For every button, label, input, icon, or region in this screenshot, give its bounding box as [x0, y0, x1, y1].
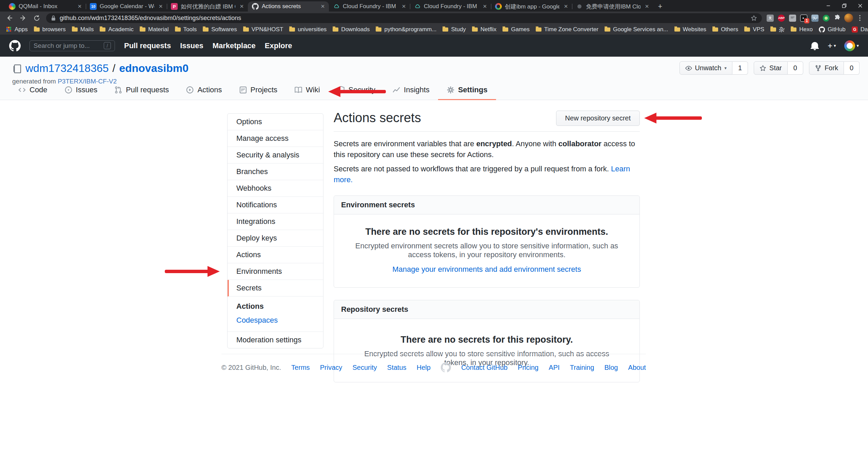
- url-text[interactable]: github.com/wdm1732418365/ednovasibm0/set…: [60, 15, 747, 22]
- chrome-menu-icon[interactable]: [854, 12, 865, 24]
- sidebar-item-options[interactable]: Options: [228, 114, 323, 130]
- bookmark-github[interactable]: GitHub: [816, 25, 849, 34]
- tab-close-icon[interactable]: ✕: [644, 3, 650, 10]
- nav-pull-requests[interactable]: Pull requests: [124, 41, 171, 50]
- sidebar-item-manage-access[interactable]: Manage access: [228, 130, 323, 147]
- fork-button[interactable]: Fork: [809, 61, 844, 75]
- browser-tab[interactable]: Cloud Foundry - IBM Cloud ✕: [329, 1, 410, 12]
- tab-close-icon[interactable]: ✕: [400, 3, 407, 10]
- profile-avatar[interactable]: [843, 12, 854, 24]
- sidebar-item-actions[interactable]: Actions: [228, 247, 323, 263]
- footer-terms[interactable]: Terms: [291, 364, 310, 372]
- sidebar-item-environments[interactable]: Environments: [228, 263, 323, 280]
- bookmark-folder[interactable]: Material: [137, 25, 172, 34]
- browser-tab[interactable]: P 如何优雅的白嫖 IBM Cloud #1 - ✕: [167, 1, 248, 12]
- bookmark-gitee[interactable]: GDashboard - Gitee: [849, 25, 868, 34]
- close-window-button[interactable]: [852, 0, 868, 12]
- tab-insights[interactable]: Insights: [384, 81, 438, 100]
- bookmark-folder[interactable]: browsers: [31, 25, 69, 34]
- create-new-menu[interactable]: +▾: [828, 41, 836, 51]
- submenu-codespaces-link[interactable]: Codespaces: [236, 316, 314, 325]
- bookmark-folder[interactable]: Games: [499, 25, 533, 34]
- unwatch-button[interactable]: Unwatch▾: [679, 61, 732, 75]
- card-extension-icon[interactable]: [787, 12, 798, 24]
- bookmark-star-icon[interactable]: [751, 15, 757, 21]
- tab-close-icon[interactable]: ✕: [238, 3, 245, 10]
- tab-wiki[interactable]: Wiki: [286, 81, 329, 100]
- manage-environments-link[interactable]: Manage your environments and add environ…: [354, 265, 619, 274]
- repo-owner-link[interactable]: wdm1732418365: [25, 62, 109, 75]
- bookmark-folder[interactable]: VPN&HOST: [240, 25, 287, 34]
- tab-close-icon[interactable]: ✕: [157, 3, 164, 10]
- new-tab-button[interactable]: +: [655, 1, 665, 12]
- browser-tab[interactable]: 创建ibm app - Google 搜索 ✕: [491, 1, 572, 12]
- fork-count[interactable]: 0: [844, 61, 860, 75]
- sidebar-item-notifications[interactable]: Notifications: [228, 197, 323, 213]
- footer-contact[interactable]: Contact GitHub: [461, 364, 508, 372]
- extensions-puzzle-icon[interactable]: [832, 12, 843, 24]
- bookmark-folder[interactable]: Academic: [97, 25, 137, 34]
- bookmark-folder[interactable]: universities: [286, 25, 330, 34]
- bookmark-folder[interactable]: Study: [439, 25, 469, 34]
- browser-tab[interactable]: QQMail - Inbox ✕: [5, 1, 86, 12]
- bookmark-folder[interactable]: Downloads: [330, 25, 373, 34]
- restore-button[interactable]: [836, 0, 852, 12]
- bookmark-folder[interactable]: python&programm...: [373, 25, 439, 34]
- tab-close-icon[interactable]: ✕: [481, 3, 488, 10]
- tab-close-icon[interactable]: ✕: [76, 3, 83, 10]
- sidebar-item-webhooks[interactable]: Webhooks: [228, 180, 323, 197]
- tab-pull-requests[interactable]: Pull requests: [106, 81, 177, 100]
- tab-settings[interactable]: Settings: [438, 81, 496, 100]
- star-button[interactable]: Star: [754, 61, 788, 75]
- submenu-actions-current[interactable]: Actions: [236, 302, 314, 311]
- browser-tab[interactable]: 免费申请使用IBM Cloud Lite(轻 ✕: [572, 1, 653, 12]
- bookmark-folder[interactable]: 杂: [767, 25, 788, 34]
- bookmark-folder[interactable]: Time Zone Converter: [533, 25, 601, 34]
- footer-privacy[interactable]: Privacy: [320, 364, 342, 372]
- sidebar-item-deploy-keys[interactable]: Deploy keys: [228, 230, 323, 247]
- screenshot-extension-icon[interactable]: [809, 12, 821, 24]
- bookmark-folder[interactable]: VPS: [741, 25, 767, 34]
- address-bar[interactable]: github.com/wdm1732418365/ednovasibm0/set…: [46, 13, 762, 23]
- sidebar-item-branches[interactable]: Branches: [228, 164, 323, 180]
- bookmark-folder[interactable]: Hexo: [788, 25, 816, 34]
- forward-icon[interactable]: [16, 12, 30, 24]
- tab-code[interactable]: Code: [9, 81, 56, 100]
- refresh-icon[interactable]: [30, 12, 43, 24]
- bookmark-folder[interactable]: Google Services an...: [601, 25, 671, 34]
- user-menu[interactable]: ▾: [844, 40, 859, 51]
- bookmark-folder[interactable]: Mails: [69, 25, 97, 34]
- tab-projects[interactable]: Projects: [231, 81, 286, 100]
- translate-extension-icon[interactable]: 文: [765, 12, 776, 24]
- bookmark-folder[interactable]: Tools: [172, 25, 200, 34]
- bookmark-folder[interactable]: Netflix: [469, 25, 499, 34]
- bookmark-folder[interactable]: Softwares: [200, 25, 240, 34]
- sidebar-item-moderation[interactable]: Moderation settings: [228, 332, 323, 348]
- browser-tab[interactable]: Cloud Foundry - IBM Cloud ✕: [410, 1, 491, 12]
- footer-api[interactable]: API: [549, 364, 559, 372]
- nav-explore[interactable]: Explore: [265, 41, 292, 50]
- bookmark-apps[interactable]: Apps: [3, 25, 31, 34]
- bookmark-folder[interactable]: Websites: [671, 25, 710, 34]
- watch-count[interactable]: 1: [732, 61, 748, 75]
- github-logo[interactable]: [9, 40, 21, 52]
- adblock-extension-icon[interactable]: ABP: [776, 12, 787, 24]
- tab-issues[interactable]: Issues: [56, 81, 106, 100]
- footer-status[interactable]: Status: [387, 364, 407, 372]
- footer-help[interactable]: Help: [417, 364, 431, 372]
- browser-tab-active[interactable]: Actions secrets ✕: [248, 1, 329, 12]
- footer-blog[interactable]: Blog: [604, 364, 618, 372]
- footer-about[interactable]: About: [628, 364, 646, 372]
- tab-close-icon[interactable]: ✕: [319, 3, 326, 10]
- tab-actions[interactable]: Actions: [177, 81, 230, 100]
- notifications-bell-icon[interactable]: [810, 41, 819, 50]
- new-repository-secret-button[interactable]: New repository secret: [556, 111, 640, 126]
- repo-name-link[interactable]: ednovasibm0: [119, 62, 189, 75]
- nav-issues[interactable]: Issues: [180, 41, 203, 50]
- bookmark-folder[interactable]: Others: [709, 25, 741, 34]
- proxy-extension-icon[interactable]: 1: [798, 12, 809, 24]
- sidebar-item-secrets[interactable]: Secrets: [228, 280, 323, 297]
- evernote-extension-icon[interactable]: [821, 12, 832, 24]
- footer-training[interactable]: Training: [570, 364, 594, 372]
- browser-tab[interactable]: 10 Google Calendar - Week of 11 Ja ✕: [86, 1, 167, 12]
